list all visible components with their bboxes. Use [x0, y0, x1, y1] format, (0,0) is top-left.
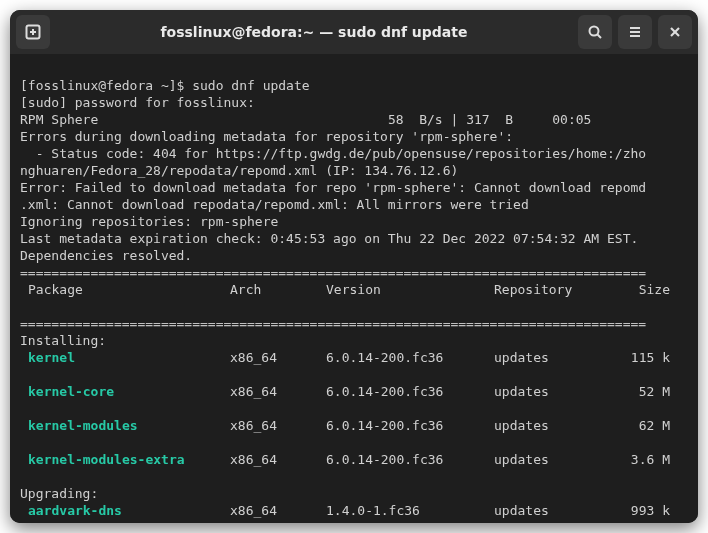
- search-icon: [587, 24, 603, 40]
- divider: ========================================…: [20, 316, 646, 331]
- error-line: nghuaren/Fedora_28/repodata/repomd.xml (…: [20, 163, 458, 178]
- window-title: fosslinux@fedora:~ — sudo dnf update: [56, 24, 572, 40]
- svg-point-3: [590, 27, 599, 36]
- table-row: kernelx86_646.0.14-200.fc36updates115 k: [20, 349, 688, 366]
- ignore-line: Ignoring repositories: rpm-sphere: [20, 214, 278, 229]
- new-tab-button[interactable]: [16, 15, 50, 49]
- section-upgrading: Upgrading:: [20, 486, 98, 501]
- plus-box-icon: [25, 24, 41, 40]
- header-arch: Arch: [230, 281, 326, 298]
- dependencies-line: Dependencies resolved.: [20, 248, 192, 263]
- close-icon: [667, 24, 683, 40]
- header-size: Size: [614, 281, 670, 298]
- terminal-output[interactable]: [fosslinux@fedora ~]$ sudo dnf update [s…: [10, 54, 698, 523]
- error-line: Errors during downloading metadata for r…: [20, 129, 513, 144]
- section-installing: Installing:: [20, 333, 106, 348]
- header-repository: Repository: [494, 281, 614, 298]
- close-button[interactable]: [658, 15, 692, 49]
- command-text: sudo dnf update: [192, 78, 309, 93]
- error-line: Error: Failed to download metadata for r…: [20, 180, 646, 195]
- metadata-line: Last metadata expiration check: 0:45:53 …: [20, 231, 638, 246]
- hamburger-icon: [627, 24, 643, 40]
- header-version: Version: [326, 281, 494, 298]
- error-line: - Status code: 404 for https://ftp.gwdg.…: [20, 146, 646, 161]
- rpm-sphere-line: RPM Sphere 58 B/s | 317 B 00:05: [20, 112, 591, 127]
- table-row: kernel-corex86_646.0.14-200.fc36updates5…: [20, 383, 688, 400]
- table-row: kernel-modules-extrax86_646.0.14-200.fc3…: [20, 451, 688, 468]
- svg-line-4: [598, 35, 602, 39]
- error-line: .xml: Cannot download repodata/repomd.xm…: [20, 197, 529, 212]
- menu-button[interactable]: [618, 15, 652, 49]
- shell-prompt: [fosslinux@fedora ~]$: [20, 78, 192, 93]
- sudo-prompt: [sudo] password for fosslinux:: [20, 95, 255, 110]
- divider: ========================================…: [20, 265, 646, 280]
- table-row: kernel-modulesx86_646.0.14-200.fc36updat…: [20, 417, 688, 434]
- terminal-window: fosslinux@fedora:~ — sudo dnf update [fo…: [10, 10, 698, 523]
- titlebar: fosslinux@fedora:~ — sudo dnf update: [10, 10, 698, 54]
- header-package: Package: [20, 281, 230, 298]
- search-button[interactable]: [578, 15, 612, 49]
- table-row: aardvark-dnsx86_641.4.0-1.fc36updates993…: [20, 502, 688, 519]
- table-header: PackageArchVersionRepositorySize: [20, 281, 688, 298]
